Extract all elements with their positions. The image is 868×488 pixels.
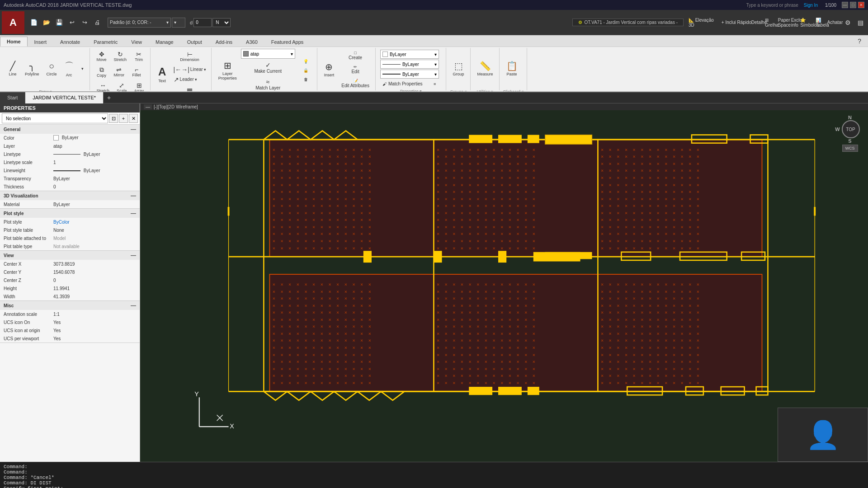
view-section-header[interactable]: View — [0, 251, 140, 260]
grelha-btn[interactable]: ⊞ Grelha [766, 17, 778, 28]
tab-jardim[interactable]: JARDIM VERTICAL TESTE* [25, 92, 104, 103]
config-btn[interactable]: ▤ [854, 17, 866, 28]
stretch-button[interactable]: ↔ Stretch [94, 80, 113, 91]
close-button[interactable]: ✕ [858, 2, 864, 8]
polyline-button[interactable]: ╮ Polyline [22, 49, 42, 89]
arc-button[interactable]: ⌒ Arc [61, 49, 77, 89]
group-button[interactable]: ⬚ Group [450, 49, 467, 89]
tab-insert[interactable]: Insert [28, 37, 54, 47]
print-button[interactable]: 🖨 [91, 17, 103, 28]
properties-toggle-button[interactable]: ✕ [129, 114, 138, 123]
layer-icon-1[interactable]: 💡 [298, 57, 314, 66]
workspace-dropdown[interactable]: Padrão (d: 0; COR: - ▾ [108, 18, 171, 28]
plot-style-value: ByColor [53, 220, 136, 225]
open-file-button[interactable]: 📂 [41, 17, 52, 28]
move-button[interactable]: ✥ Move [94, 49, 110, 64]
dimension-button[interactable]: ⊢ Dimension [171, 49, 208, 64]
scale-button[interactable]: ⤢ Scale [113, 80, 130, 91]
new-file-button[interactable]: 📄 [28, 17, 40, 28]
tab-view[interactable]: View [124, 37, 149, 47]
mirror-button[interactable]: ⇌ Mirror [111, 64, 128, 80]
paper-space-btn[interactable]: Paper Space [778, 17, 790, 28]
tab-featured[interactable]: Featured Apps [264, 37, 311, 47]
create-button[interactable]: □ Create [338, 49, 373, 62]
plot-style-header[interactable]: Plot style — [0, 209, 140, 218]
general-section-header[interactable]: General — [0, 125, 140, 134]
quick-select-button[interactable]: ⊡ [109, 114, 118, 123]
tab-annotate[interactable]: Annotate [53, 37, 87, 47]
insert-button[interactable]: ⊕ Insert [321, 50, 338, 89]
center-x-label: Center X [4, 262, 53, 267]
layer-icon-2[interactable]: 🔒 [298, 66, 314, 75]
draw-more-button[interactable]: ▾ [78, 49, 87, 89]
tab-output[interactable]: Output [180, 37, 209, 47]
d-value-input[interactable] [193, 18, 212, 27]
sign-in-btn[interactable]: Sign In [804, 3, 818, 8]
match-properties-button[interactable]: 🖌 Match Properties [379, 80, 426, 88]
3d-viz-section-header[interactable]: 3D Visualization — [0, 191, 140, 200]
tabela-btn[interactable]: 📊 Tabela [816, 17, 828, 28]
minimize-button[interactable]: — [842, 2, 848, 8]
compass-view-button[interactable]: TOP [842, 120, 860, 138]
app-logo: A [2, 11, 24, 34]
viewport[interactable]: × × × × × × × × × × × × × × × × × × × × … [140, 110, 868, 462]
tab-add-button[interactable]: + [104, 94, 114, 101]
tab-a360[interactable]: A360 [239, 37, 264, 47]
edit-button[interactable]: ✏ Edit [338, 63, 373, 76]
qa-extra-dropdown[interactable]: ▾ [172, 18, 185, 28]
fillet-button[interactable]: ⌐ Fillet [128, 64, 145, 80]
tab-home[interactable]: Home [0, 37, 28, 47]
paste-button[interactable]: 📋 Paste [503, 49, 521, 89]
copy-button[interactable]: ⧉ Copy [94, 64, 110, 80]
save-button[interactable]: 💾 [53, 17, 65, 28]
trim-button[interactable]: ✂ Trim [131, 49, 147, 64]
layer-icon-3[interactable]: 🗑 [298, 75, 314, 84]
selection-dropdown[interactable]: No selection [2, 113, 108, 123]
maximize-button[interactable]: □ [850, 2, 856, 8]
svg-text:× × × × × × × × × × × × ×: × × × × × × × × × × × × × [437, 238, 537, 244]
tab-start[interactable]: Start [0, 92, 25, 103]
workspace-dropdown-arrow: ▾ [166, 20, 169, 25]
circle-button[interactable]: ○ Circle [43, 49, 60, 89]
ribbon-help[interactable]: ? [851, 35, 868, 47]
list-properties-button[interactable]: ≡ [427, 80, 443, 88]
inclui-rapido-btn[interactable]: + Inclui Rápido [721, 17, 752, 28]
linetype-dropdown[interactable]: ByLayer ▾ [380, 60, 439, 69]
svg-text:× × × × × × × × × × × × ×: × × × × × × × × × × × × × [601, 154, 701, 159]
tab-manage[interactable]: Manage [149, 37, 180, 47]
redo-button[interactable]: ↪ [79, 17, 90, 28]
viewport-close-icon[interactable]: — [144, 104, 152, 109]
tab-parametric[interactable]: Parametric [87, 37, 124, 47]
lineweight-dropdown[interactable]: ByLayer ▾ [380, 70, 439, 79]
color-dropdown[interactable]: ByLayer ▾ [380, 50, 439, 59]
achatar-btn[interactable]: Achatar [829, 17, 841, 28]
linear-dropdown[interactable]: |←→| Linear [171, 65, 208, 74]
line-button[interactable]: ╱ Line [5, 49, 21, 89]
elev3d-btn[interactable]: 📐 Elevação 3D [688, 17, 720, 28]
array-icon: ⊞ [137, 82, 142, 89]
select-objects-button[interactable]: + [119, 114, 128, 123]
undo-button[interactable]: ↩ [66, 17, 78, 28]
utilities-row: 📏 Measure [474, 49, 496, 89]
svg-text:× × × × × × × × × × × × ×: × × × × × × × × × × × × × [601, 317, 701, 322]
layer-properties-icon: ⊞ [224, 60, 231, 71]
edit-attributes-button[interactable]: 📝 Edit Attributes [338, 77, 373, 90]
layer-name-dropdown[interactable]: atap ▾ [241, 49, 295, 59]
rotate-button[interactable]: ↻ Stretch [111, 49, 130, 64]
detalhe-btn[interactable]: Detalhe [753, 17, 765, 28]
array-button[interactable]: ⊞ Array [131, 80, 147, 91]
direction-select[interactable]: NSEW [212, 18, 231, 27]
simbolos-btn[interactable]: ⭐ Símbolos [804, 17, 816, 28]
layer-properties-button[interactable]: ⊞ LayerProperties [215, 51, 240, 90]
svg-text:× × × × × × × × × × × × ×: × × × × × × × × × × × × × [601, 168, 701, 173]
tab-add-ins[interactable]: Add-ins [209, 37, 239, 47]
wcs-button[interactable]: WCS [842, 145, 858, 152]
leader-dropdown[interactable]: ↗ Leader [171, 75, 208, 84]
misc-section-header[interactable]: Misc — [0, 301, 140, 310]
table-button[interactable]: ▦ Table [171, 85, 208, 91]
make-current-button[interactable]: ✓ Make Current [241, 60, 295, 75]
settings-btn[interactable]: ⚙ [842, 17, 854, 28]
text-button[interactable]: A Text [154, 55, 170, 91]
match-layer-button[interactable]: ≈ Match Layer [241, 76, 295, 91]
measure-button[interactable]: 📏 Measure [474, 49, 496, 89]
